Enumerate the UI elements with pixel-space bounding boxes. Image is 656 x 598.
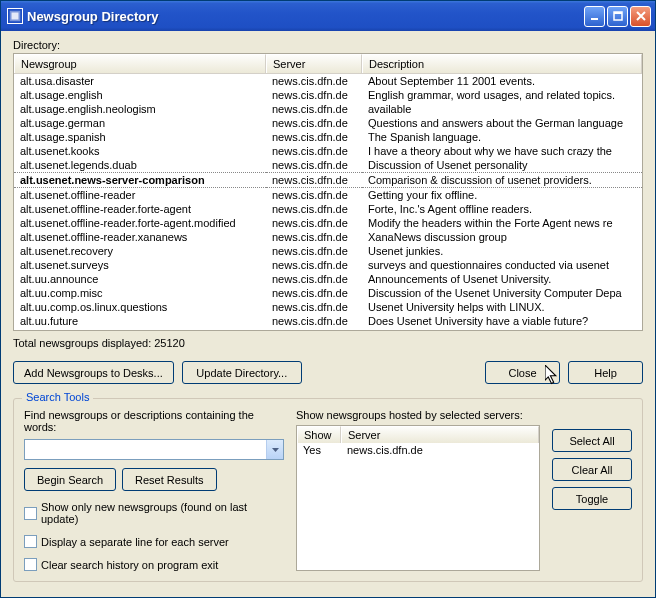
cell-newsgroup: alt.uu.lang.esperanto.misc: [14, 328, 266, 330]
clear-all-button[interactable]: Clear All: [552, 458, 632, 481]
cell-newsgroup: alt.uu.comp.misc: [14, 286, 266, 300]
column-header-server[interactable]: Server: [266, 54, 362, 73]
select-all-button[interactable]: Select All: [552, 429, 632, 452]
column-header-show[interactable]: Show: [297, 426, 341, 443]
table-row[interactable]: alt.usa.disasternews.cis.dfn.deAbout Sep…: [14, 74, 642, 88]
client-area: Directory: Newsgroup Server Description …: [1, 31, 655, 597]
separate-line-checkbox[interactable]: Display a separate line for each server: [24, 535, 284, 548]
cell-description: About September 11 2001 events.: [362, 74, 642, 88]
search-input[interactable]: [25, 440, 266, 459]
table-row[interactable]: alt.uu.lang.esperanto.miscnews.cis.dfn.d…: [14, 328, 642, 330]
table-row[interactable]: alt.uu.futurenews.cis.dfn.deDoes Usenet …: [14, 314, 642, 328]
update-directory-button[interactable]: Update Directory...: [182, 361, 302, 384]
newsgroup-listview[interactable]: Newsgroup Server Description alt.usa.dis…: [13, 53, 643, 331]
checkbox-icon: [24, 558, 37, 571]
cell-server: news.cis.dfn.de: [266, 314, 362, 328]
cell-description: I have a theory about why we have such c…: [362, 144, 642, 158]
cell-description: Discussion of the Usenet University Comp…: [362, 286, 642, 300]
table-row[interactable]: alt.uu.announcenews.cis.dfn.deAnnounceme…: [14, 272, 642, 286]
cell-description: Discussion of Usenet personality: [362, 158, 642, 172]
cell-description: available: [362, 102, 642, 116]
cell-newsgroup: alt.uu.comp.os.linux.questions: [14, 300, 266, 314]
directory-label: Directory:: [13, 39, 643, 51]
cell-newsgroup: alt.usage.german: [14, 116, 266, 130]
cell-server: news.cis.dfn.de: [266, 88, 362, 102]
cell-newsgroup: alt.usenet.surveys: [14, 258, 266, 272]
cell-server: news.cis.dfn.de: [266, 230, 362, 244]
cell-description: Questions and answers about the German l…: [362, 116, 642, 130]
cell-server: news.cis.dfn.de: [266, 272, 362, 286]
table-row[interactable]: alt.usenet.legends.duabnews.cis.dfn.deDi…: [14, 158, 642, 172]
checkbox-icon: [24, 535, 37, 548]
cell-server: news.cis.dfn.de: [266, 216, 362, 230]
cell-server: news.cis.dfn.de: [266, 286, 362, 300]
cell-newsgroup: alt.usenet.legends.duab: [14, 158, 266, 172]
clear-history-checkbox[interactable]: Clear search history on program exit: [24, 558, 284, 571]
svg-rect-1: [12, 13, 19, 20]
table-row[interactable]: alt.usenet.offline-reader.xananewsnews.c…: [14, 230, 642, 244]
window-title: Newsgroup Directory: [27, 9, 584, 24]
chevron-down-icon[interactable]: [266, 440, 283, 459]
cell-newsgroup: alt.usenet.kooks: [14, 144, 266, 158]
cell-newsgroup: alt.usage.english: [14, 88, 266, 102]
table-row[interactable]: alt.usage.spanishnews.cis.dfn.deThe Span…: [14, 130, 642, 144]
column-header-description[interactable]: Description: [362, 54, 642, 73]
close-window-button[interactable]: [630, 6, 651, 27]
newsgroup-directory-window: Newsgroup Directory Directory: Newsgroup…: [0, 0, 656, 598]
table-row[interactable]: alt.usenet.offline-readernews.cis.dfn.de…: [14, 188, 642, 202]
show-only-new-checkbox[interactable]: Show only new newsgroups (found on last …: [24, 501, 284, 525]
table-row[interactable]: alt.uu.comp.miscnews.cis.dfn.deDiscussio…: [14, 286, 642, 300]
total-newsgroups-label: Total newsgroups displayed: 25120: [13, 337, 643, 349]
search-combo[interactable]: [24, 439, 284, 460]
table-row[interactable]: alt.usenet.recoverynews.cis.dfn.deUsenet…: [14, 244, 642, 258]
close-button[interactable]: Close: [485, 361, 560, 384]
cell-server: news.cis.dfn.de: [266, 328, 362, 330]
find-label: Find newsgroups or descriptions containi…: [24, 409, 284, 433]
cell-newsgroup: alt.uu.announce: [14, 272, 266, 286]
cell-description: Modify the headers within the Forte Agen…: [362, 216, 642, 230]
app-icon: [7, 8, 23, 24]
table-row[interactable]: alt.usage.englishnews.cis.dfn.deEnglish …: [14, 88, 642, 102]
listview-body[interactable]: alt.usa.disasternews.cis.dfn.deAbout Sep…: [14, 74, 642, 330]
cell-description: Learning Esperanto at the Usenet Univers…: [362, 328, 642, 330]
begin-search-button[interactable]: Begin Search: [24, 468, 116, 491]
cell-server: news.cis.dfn.de: [266, 74, 362, 88]
cell-server: news.cis.dfn.de: [266, 116, 362, 130]
table-row[interactable]: alt.uu.comp.os.linux.questionsnews.cis.d…: [14, 300, 642, 314]
cell-description: XanaNews discussion group: [362, 230, 642, 244]
table-row[interactable]: alt.usenet.surveysnews.cis.dfn.desurveys…: [14, 258, 642, 272]
cell-server: news.cis.dfn.de: [266, 102, 362, 116]
cell-newsgroup: alt.usenet.offline-reader.forte-agent: [14, 202, 266, 216]
minimize-button[interactable]: [584, 6, 605, 27]
toggle-button[interactable]: Toggle: [552, 487, 632, 510]
maximize-button[interactable]: [607, 6, 628, 27]
cell-newsgroup: alt.usenet.news-server-comparison: [14, 172, 266, 188]
help-button[interactable]: Help: [568, 361, 643, 384]
table-row[interactable]: alt.usenet.offline-reader.forte-agentnew…: [14, 202, 642, 216]
cell-description: Does Usenet University have a viable fut…: [362, 314, 642, 328]
svg-rect-2: [591, 18, 598, 20]
cell-description: Getting your fix offline.: [362, 188, 642, 202]
table-row[interactable]: alt.usage.germannews.cis.dfn.deQuestions…: [14, 116, 642, 130]
cell-newsgroup: alt.usage.spanish: [14, 130, 266, 144]
reset-results-button[interactable]: Reset Results: [122, 468, 216, 491]
server-row[interactable]: Yesnews.cis.dfn.de: [297, 443, 539, 457]
cell-newsgroup: alt.usa.disaster: [14, 74, 266, 88]
show-servers-label: Show newsgroups hosted by selected serve…: [296, 409, 540, 421]
cell-newsgroup: alt.usenet.offline-reader: [14, 188, 266, 202]
column-header-server-name[interactable]: Server: [341, 426, 539, 443]
cell-description: surveys and questionnaires conducted via…: [362, 258, 642, 272]
cell-description: The Spanish language.: [362, 130, 642, 144]
cell-server: news.cis.dfn.de: [266, 130, 362, 144]
search-tools-group: Search Tools Find newsgroups or descript…: [13, 398, 643, 582]
checkbox-icon: [24, 507, 37, 520]
table-row[interactable]: alt.usenet.offline-reader.forte-agent.mo…: [14, 216, 642, 230]
server-listview[interactable]: Show Server Yesnews.cis.dfn.de: [296, 425, 540, 571]
column-header-newsgroup[interactable]: Newsgroup: [14, 54, 266, 73]
add-newsgroups-button[interactable]: Add Newsgroups to Desks...: [13, 361, 174, 384]
cell-server: news.cis.dfn.de: [266, 144, 362, 158]
table-row[interactable]: alt.usage.english.neologismnews.cis.dfn.…: [14, 102, 642, 116]
cell-server: news.cis.dfn.de: [266, 300, 362, 314]
table-row[interactable]: alt.usenet.kooksnews.cis.dfn.deI have a …: [14, 144, 642, 158]
table-row[interactable]: alt.usenet.news-server-comparisonnews.ci…: [14, 172, 642, 188]
